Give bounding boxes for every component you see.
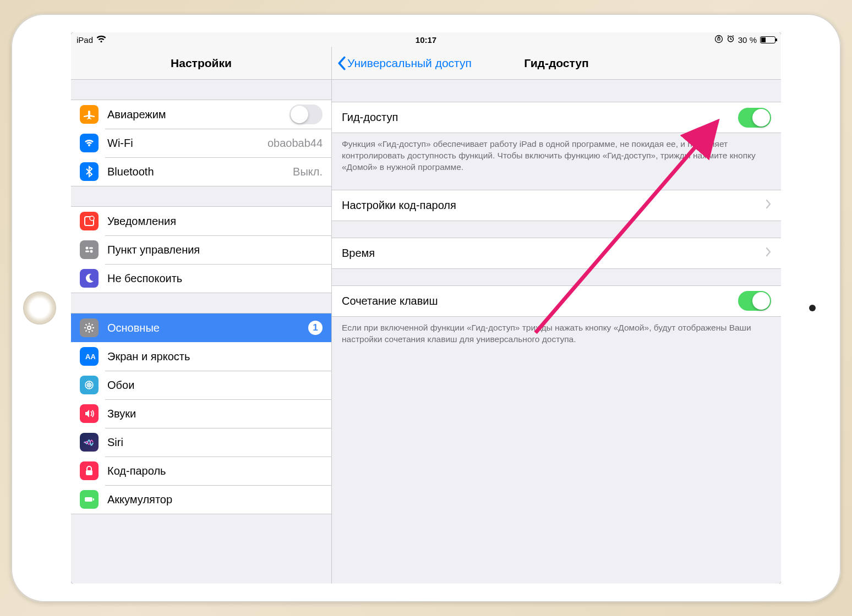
bluetooth-icon: [80, 162, 99, 181]
wifi-settings-icon: [80, 134, 99, 152]
airplane-switch[interactable]: [290, 105, 323, 124]
sidebar-item-siri[interactable]: Siri: [71, 428, 331, 457]
wifi-icon: [96, 35, 106, 45]
update-badge: 1: [308, 321, 323, 335]
orientation-lock-icon: [714, 35, 723, 45]
sidebar-item-label: Экран и яркость: [107, 350, 323, 363]
row-label: Гид-доступ: [342, 111, 738, 124]
sidebar-item-wifi[interactable]: Wi-Fi obaobab44: [71, 129, 331, 157]
sidebar-item-label: Аккумулятор: [107, 493, 323, 506]
sidebar-title: Настройки: [71, 47, 331, 80]
sidebar-item-label: Пункт управления: [107, 244, 323, 256]
sidebar-item-label: Siri: [107, 436, 323, 449]
passcode-settings-row[interactable]: Настройки код-пароля: [332, 190, 781, 221]
svg-text:AA: AA: [85, 353, 95, 361]
sidebar-item-dnd[interactable]: Не беспокоить: [71, 264, 331, 293]
notifications-icon: [80, 212, 99, 230]
chevron-right-icon: [766, 199, 771, 211]
sidebar-item-notifications[interactable]: Уведомления: [71, 207, 331, 235]
sidebar-item-wallpaper[interactable]: Обои: [71, 371, 331, 399]
clock: 10:17: [307, 35, 545, 45]
display-icon: AA: [80, 347, 99, 366]
battery-icon: [760, 36, 775, 43]
svg-rect-13: [85, 497, 92, 502]
sidebar-item-control-center[interactable]: Пункт управления: [71, 235, 331, 264]
svg-point-8: [88, 326, 91, 329]
siri-icon: [80, 433, 99, 452]
device-label: iPad: [77, 35, 93, 45]
shortcut-note: Если при включенной функции «Гид-доступ»…: [332, 317, 781, 345]
svg-rect-14: [93, 498, 94, 501]
back-button[interactable]: Универсальный доступ: [332, 56, 472, 70]
sidebar-item-battery[interactable]: Аккумулятор: [71, 485, 331, 514]
battery-settings-icon: [80, 490, 99, 509]
wifi-value: obaobab44: [267, 137, 323, 150]
home-button[interactable]: [23, 292, 56, 324]
status-bar: iPad 10:17 30 %: [71, 32, 781, 47]
front-camera: [809, 305, 816, 311]
svg-rect-5: [89, 248, 93, 249]
svg-rect-7: [85, 251, 89, 252]
sidebar-item-airplane[interactable]: Авиарежим: [71, 100, 331, 129]
sidebar-item-label: Не беспокоить: [107, 272, 323, 285]
settings-sidebar: Настройки Авиарежим: [71, 47, 332, 584]
sidebar-item-label: Звуки: [107, 408, 323, 420]
alarm-icon: [727, 35, 735, 45]
gear-icon: [80, 318, 99, 337]
shortcut-switch[interactable]: [738, 291, 771, 311]
sounds-icon: [80, 404, 99, 423]
sidebar-item-display[interactable]: AA Экран и яркость: [71, 342, 331, 371]
chevron-right-icon: [766, 247, 771, 259]
sidebar-item-label: Уведомления: [107, 215, 323, 228]
sidebar-item-passcode[interactable]: Код-пароль: [71, 457, 331, 485]
row-label: Время: [342, 247, 766, 260]
sidebar-item-label: Код-пароль: [107, 465, 323, 477]
svg-point-6: [90, 250, 93, 253]
battery-text: 30 %: [738, 35, 757, 45]
guided-access-row[interactable]: Гид-доступ: [332, 102, 781, 133]
lock-icon: [80, 461, 99, 480]
wallpaper-icon: [80, 376, 99, 394]
sidebar-item-label: Обои: [107, 379, 323, 392]
sidebar-item-label: Bluetooth: [107, 166, 293, 178]
screen: iPad 10:17 30 % Настройки: [71, 32, 781, 584]
back-label: Универсальный доступ: [347, 57, 472, 70]
control-center-icon: [80, 240, 99, 259]
sidebar-item-label: Основные: [107, 322, 308, 334]
guided-access-switch[interactable]: [738, 108, 771, 128]
sidebar-item-sounds[interactable]: Звуки: [71, 399, 331, 428]
sidebar-item-bluetooth[interactable]: Bluetooth Выкл.: [71, 157, 331, 186]
svg-point-3: [90, 216, 94, 221]
detail-pane: Универсальный доступ Гид-доступ Гид-дост…: [332, 47, 781, 584]
row-label: Настройки код-пароля: [342, 199, 766, 212]
shortcut-row[interactable]: Сочетание клавиш: [332, 286, 781, 316]
time-row[interactable]: Время: [332, 238, 781, 268]
guided-access-note: Функция «Гид-доступ» обеспечивает работу…: [332, 133, 781, 173]
bluetooth-value: Выкл.: [293, 166, 323, 178]
svg-rect-12: [86, 470, 92, 475]
airplane-icon: [80, 105, 99, 124]
sidebar-item-label: Wi-Fi: [107, 137, 267, 150]
moon-icon: [80, 269, 99, 288]
svg-point-4: [86, 247, 89, 250]
row-label: Сочетание клавиш: [342, 295, 738, 307]
detail-header: Универсальный доступ Гид-доступ: [332, 47, 781, 80]
ipad-frame: iPad 10:17 30 % Настройки: [11, 14, 841, 602]
sidebar-item-label: Авиарежим: [107, 108, 290, 121]
sidebar-item-general[interactable]: Основные 1: [71, 314, 331, 342]
